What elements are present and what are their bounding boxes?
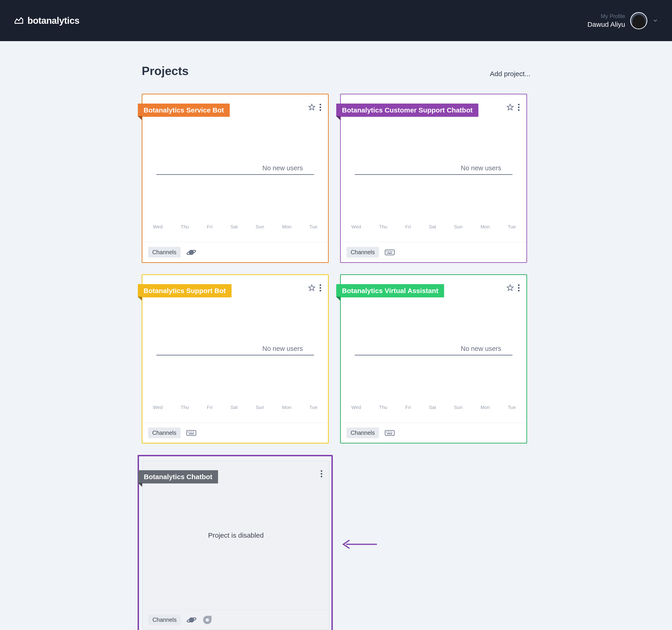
keyboard-icon [385, 428, 395, 438]
card-actions [506, 284, 520, 291]
logo-icon [14, 16, 24, 26]
project-card[interactable]: Botanalytics Virtual Assistant No new us… [340, 274, 527, 443]
star-icon[interactable] [506, 103, 514, 111]
more-icon[interactable] [319, 104, 321, 111]
card-actions [506, 103, 520, 111]
keyboard-icon [186, 428, 196, 438]
add-project-button[interactable]: Add project... [490, 70, 530, 78]
day-label: Sat [231, 224, 238, 229]
svg-rect-12 [193, 432, 194, 433]
day-label: Sat [429, 405, 436, 410]
svg-rect-15 [386, 432, 387, 433]
profile-name: Dawud Aliyu [587, 21, 625, 28]
day-label: Thu [181, 405, 189, 410]
page-header: Projects Add project... [142, 64, 530, 78]
day-label: Tue [310, 224, 317, 229]
more-icon[interactable] [321, 470, 322, 477]
days-row: Wed Thu Fri Sat Sun Mon Tue [153, 224, 317, 229]
svg-rect-5 [390, 251, 391, 252]
project-name-ribbon: Botanalytics Support Bot [138, 284, 232, 297]
more-icon[interactable] [518, 284, 520, 291]
card-footer: Channels [341, 423, 526, 443]
days-row: Wed Thu Fri Sat Sun Mon Tue [153, 405, 317, 410]
day-label: Mon [480, 405, 490, 410]
keyboard-icon [385, 247, 395, 258]
day-label: Sat [429, 224, 436, 229]
more-icon[interactable] [319, 284, 321, 291]
day-label: Fri [207, 224, 213, 229]
star-icon[interactable] [308, 284, 315, 291]
logo[interactable]: botanalytics [14, 16, 79, 26]
profile-label: My Profile [587, 13, 625, 19]
chart-area: No new users Wed Thu Fri Sat Sun Mon Tue [154, 345, 317, 420]
day-label: Tue [508, 224, 516, 229]
project-name-ribbon: Botanalytics Service Bot [138, 103, 230, 117]
svg-rect-10 [190, 432, 190, 433]
days-row: Wed Thu Fri Sat Sun Mon Tue [351, 405, 516, 410]
channels-badge: Channels [346, 247, 379, 258]
page-title: Projects [142, 64, 189, 78]
svg-rect-19 [387, 433, 392, 434]
chart-axis [157, 355, 314, 356]
day-label: Fri [207, 405, 213, 410]
day-label: Thu [181, 224, 189, 229]
project-name-ribbon: Botanalytics Customer Support Chatbot [336, 103, 478, 117]
svg-rect-13 [189, 433, 194, 434]
day-label: Wed [351, 224, 361, 229]
profile-text: My Profile Dawud Aliyu [587, 13, 625, 28]
card-footer: Channels [341, 242, 526, 262]
day-label: Sun [454, 224, 462, 229]
highlighted-project-annotation: Botanalytics Chatbot Project is disabled… [138, 455, 333, 630]
svg-rect-4 [388, 251, 389, 252]
svg-rect-8 [187, 431, 196, 435]
svg-rect-16 [388, 432, 389, 433]
chevron-down-icon[interactable] [652, 18, 658, 24]
channels-badge: Channels [148, 247, 181, 258]
project-card-disabled[interactable]: Botanalytics Chatbot Project is disabled… [142, 461, 329, 630]
project-card[interactable]: Botanalytics Support Bot No new users We… [142, 274, 329, 443]
days-row: Wed Thu Fri Sat Sun Mon Tue [351, 224, 516, 229]
day-label: Tue [310, 405, 317, 410]
day-label: Fri [405, 405, 411, 410]
channels-badge: Channels [346, 428, 379, 438]
project-name-ribbon: Botanalytics Chatbot [138, 470, 218, 483]
chart-axis [157, 174, 314, 175]
chart-area: No new users Wed Thu Fri Sat Sun Mon Tue [352, 345, 515, 420]
day-label: Tue [508, 405, 516, 410]
no-new-users-label: No new users [262, 164, 303, 172]
arrow-annotation [341, 537, 378, 551]
chart-area: No new users Wed Thu Fri Sat Sun Mon Tue [154, 164, 317, 240]
day-label: Wed [153, 405, 163, 410]
project-card[interactable]: Botanalytics Customer Support Chatbot No… [340, 94, 527, 263]
planet-icon [187, 615, 197, 625]
more-icon[interactable] [518, 104, 520, 111]
projects-grid: Botanalytics Service Bot No new users We… [142, 94, 530, 630]
svg-rect-14 [385, 431, 394, 435]
day-label: Sun [256, 224, 264, 229]
card-actions [321, 470, 322, 477]
main-content: Projects Add project... Botanalytics Ser… [0, 41, 672, 630]
day-label: Mon [480, 224, 490, 229]
svg-rect-3 [386, 251, 387, 252]
card-footer: Channels [143, 610, 329, 630]
planet-icon [186, 247, 196, 258]
profile-menu[interactable]: My Profile Dawud Aliyu [587, 12, 658, 29]
day-label: Wed [153, 224, 163, 229]
svg-rect-2 [385, 250, 394, 255]
logo-text: botanalytics [27, 16, 79, 26]
day-label: Wed [351, 405, 361, 410]
day-label: Fri [405, 224, 411, 229]
card-footer: Channels [142, 242, 328, 262]
day-label: Sun [454, 405, 462, 410]
avatar[interactable] [630, 12, 647, 29]
day-label: Sat [231, 405, 238, 410]
card-footer: Channels [142, 423, 328, 443]
star-icon[interactable] [506, 284, 514, 291]
svg-rect-6 [391, 251, 392, 252]
no-new-users-label: No new users [262, 345, 303, 353]
app-header: botanalytics My Profile Dawud Aliyu [0, 0, 672, 41]
svg-rect-7 [387, 252, 392, 253]
project-card[interactable]: Botanalytics Service Bot No new users We… [142, 94, 329, 263]
star-icon[interactable] [308, 103, 315, 111]
chart-axis [355, 174, 512, 175]
